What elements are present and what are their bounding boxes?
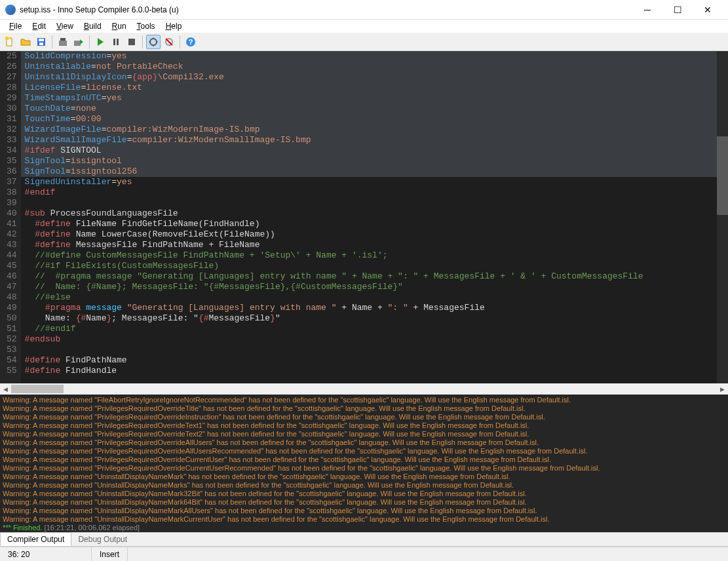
vertical-scrollbar[interactable]	[717, 51, 728, 383]
toggle-debug1-button[interactable]	[146, 35, 161, 49]
svg-rect-3	[39, 39, 44, 41]
save-button[interactable]	[34, 35, 48, 49]
svg-rect-4	[39, 43, 43, 45]
code-editor[interactable]: 2526272829303132333435363738394041424344…	[0, 51, 728, 383]
compile-run-button[interactable]	[71, 35, 86, 49]
title-bar: setup.iss - Inno Setup Compiler 6.0.0-be…	[0, 0, 728, 20]
stop-button[interactable]	[125, 35, 139, 49]
horizontal-scrollbar[interactable]: ◀ ▶	[0, 383, 728, 395]
open-button[interactable]	[18, 35, 33, 49]
tab-compiler-output[interactable]: Compiler Output	[0, 532, 71, 546]
scroll-thumb[interactable]	[11, 385, 64, 393]
svg-rect-11	[117, 39, 119, 45]
svg-text:?: ?	[189, 38, 193, 46]
menu-view[interactable]: View	[51, 20, 79, 32]
new-button[interactable]	[3, 35, 17, 49]
menu-tools[interactable]: Tools	[132, 20, 161, 32]
status-cursor-pos: 36: 20	[0, 547, 92, 561]
svg-marker-8	[80, 39, 83, 45]
status-bar: 36: 20 Insert	[0, 547, 728, 561]
line-gutter: 2526272829303132333435363738394041424344…	[0, 51, 21, 383]
run-button[interactable]	[93, 35, 107, 49]
svg-rect-5	[59, 41, 67, 46]
window-title: setup.iss - Inno Setup Compiler 6.0.0-be…	[20, 5, 632, 14]
app-icon	[5, 5, 16, 15]
menu-build[interactable]: Build	[79, 20, 107, 32]
minimize-button[interactable]: ─	[632, 0, 662, 20]
svg-rect-6	[60, 38, 66, 41]
svg-rect-7	[74, 41, 81, 46]
menu-file[interactable]: File	[4, 20, 27, 32]
help-button[interactable]: ?	[183, 35, 198, 49]
svg-rect-12	[128, 39, 135, 45]
menu-edit[interactable]: Edit	[27, 20, 51, 32]
maximize-button[interactable]: ☐	[662, 0, 693, 20]
svg-point-13	[150, 39, 157, 45]
svg-rect-10	[113, 39, 115, 45]
menu-bar: File Edit View Build Run Tools Help	[0, 20, 728, 33]
menu-run[interactable]: Run	[107, 20, 132, 32]
status-insert-mode: Insert	[92, 547, 128, 561]
compile-button[interactable]	[56, 35, 70, 49]
scroll-left-arrow[interactable]: ◀	[0, 383, 11, 395]
close-button[interactable]: ✕	[693, 0, 723, 20]
toggle-debug2-button[interactable]	[162, 35, 176, 49]
pause-button[interactable]	[109, 35, 123, 49]
svg-marker-9	[98, 38, 104, 46]
scroll-right-arrow[interactable]: ▶	[717, 383, 728, 395]
toolbar: ?	[0, 33, 728, 51]
output-panel[interactable]: Warning: A message named "FileAbortRetry…	[0, 395, 728, 532]
tab-debug-output[interactable]: Debug Output	[71, 533, 134, 546]
scroll-track[interactable]	[11, 383, 717, 395]
svg-rect-1	[5, 37, 9, 40]
vertical-scroll-thumb[interactable]	[717, 136, 728, 215]
menu-help[interactable]: Help	[161, 20, 187, 32]
code-area[interactable]: SolidCompression=yesUninstallable=not Po…	[21, 51, 728, 383]
output-tabs: Compiler Output Debug Output	[0, 532, 728, 547]
